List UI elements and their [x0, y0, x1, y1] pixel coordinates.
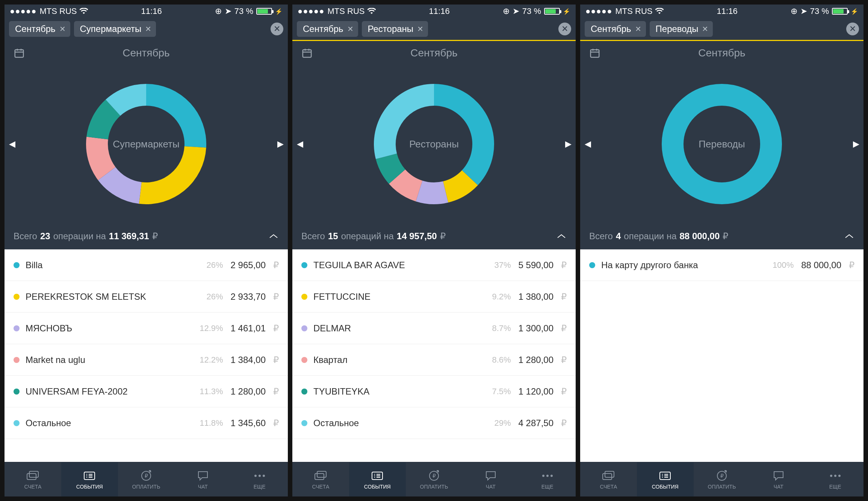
collapse-icon[interactable] — [268, 231, 279, 241]
list-item[interactable]: TYUBITEYKA 7.5% 1 120,00 ₽ — [292, 376, 576, 407]
tab-чат[interactable]: ЧАТ — [750, 462, 807, 496]
item-percent: 11.3% — [200, 387, 223, 396]
chart-area: ◀ Рестораны ▶ — [292, 65, 576, 223]
tab-еще[interactable]: ЕЩЕ — [807, 462, 863, 496]
tab-чат[interactable]: ЧАТ — [174, 462, 231, 496]
tab-label: ЧАТ — [486, 484, 496, 490]
tab-icon: ₽ — [716, 469, 728, 482]
category-dot-icon — [14, 420, 20, 426]
chip-remove-icon[interactable]: ✕ — [59, 24, 66, 33]
list-item[interactable]: На карту другого банка 100% 88 000,00 ₽ — [580, 249, 863, 281]
svg-rect-22 — [315, 474, 324, 480]
summary-count: 4 — [616, 231, 621, 241]
list-item[interactable]: PEREKRESTOK SM ELETSK 26% 2 933,70 ₽ — [5, 281, 288, 313]
category-dot-icon — [589, 262, 595, 268]
calendar-icon[interactable] — [14, 47, 25, 59]
tab-еще[interactable]: ЕЩЕ — [231, 462, 288, 496]
list-item[interactable]: Остальное 11.8% 1 345,60 ₽ — [5, 407, 288, 439]
chart-area: ◀ Переводы ▶ — [580, 65, 863, 223]
item-amount: 5 590,00 — [519, 260, 553, 270]
calendar-icon[interactable] — [589, 47, 600, 59]
breakdown-list[interactable]: Billa 26% 2 965,00 ₽ PEREKRESTOK SM ELET… — [5, 249, 288, 462]
wifi-icon — [655, 6, 664, 16]
donut-chart[interactable]: Переводы — [595, 80, 848, 208]
currency-label: ₽ — [273, 355, 279, 365]
chip-label: Сентябрь — [15, 24, 56, 34]
tab-события[interactable]: СОБЫТИЯ — [637, 462, 694, 496]
next-arrow-icon[interactable]: ▶ — [561, 139, 576, 149]
filter-chip[interactable]: Супермаркеты✕ — [74, 21, 156, 37]
chip-label: Сентябрь — [303, 24, 343, 34]
tab-счета[interactable]: СЧЕТА — [292, 462, 349, 496]
prev-arrow-icon[interactable]: ◀ — [5, 139, 20, 149]
list-item[interactable]: FETTUCCINE 9.2% 1 380,00 ₽ — [292, 281, 576, 313]
svg-rect-5 — [29, 471, 38, 477]
clear-filters-button[interactable]: ✕ — [271, 23, 283, 35]
summary-amount: 88 000,00 — [680, 231, 720, 241]
breakdown-list[interactable]: На карту другого банка 100% 88 000,00 ₽ — [580, 249, 863, 462]
clock-label: 11:16 — [141, 6, 162, 16]
donut-chart[interactable]: Рестораны — [307, 80, 561, 208]
clear-filters-button[interactable]: ✕ — [846, 23, 859, 35]
chip-remove-icon[interactable]: ✕ — [417, 24, 423, 33]
collapse-icon[interactable] — [556, 231, 567, 241]
month-header: Сентябрь — [5, 41, 288, 65]
month-label: Сентябрь — [609, 47, 834, 59]
tab-оплатить[interactable]: ₽ ОПЛАТИТЬ — [406, 462, 463, 496]
tab-чат[interactable]: ЧАТ — [462, 462, 519, 496]
chip-remove-icon[interactable]: ✕ — [145, 24, 151, 33]
prev-arrow-icon[interactable]: ◀ — [292, 139, 307, 149]
calendar-icon[interactable] — [301, 47, 313, 59]
tab-оплатить[interactable]: ₽ ОПЛАТИТЬ — [694, 462, 750, 496]
clock-label: 11:16 — [717, 6, 738, 16]
tab-icon — [83, 469, 96, 482]
prev-arrow-icon[interactable]: ◀ — [580, 139, 595, 149]
list-item[interactable]: Остальное 29% 4 287,50 ₽ — [292, 407, 576, 439]
tab-label: ЕЩЕ — [254, 484, 266, 490]
svg-point-54 — [838, 475, 841, 477]
list-item[interactable]: МЯСНОВЪ 12.9% 1 461,01 ₽ — [5, 313, 288, 344]
currency-label: ₽ — [273, 323, 279, 334]
tab-события[interactable]: СОБЫТИЯ — [349, 462, 406, 496]
signal-icon: ●●●●● — [298, 6, 324, 16]
location-icon: ➤ — [513, 6, 519, 16]
list-item[interactable]: TEGUILA BAR AGAVE 37% 5 590,00 ₽ — [292, 249, 576, 281]
donut-center-label: Переводы — [699, 138, 745, 150]
next-arrow-icon[interactable]: ▶ — [273, 139, 288, 149]
list-item[interactable]: Квартал 8.6% 1 280,00 ₽ — [292, 344, 576, 376]
clear-filters-button[interactable]: ✕ — [558, 23, 571, 35]
tab-еще[interactable]: ЕЩЕ — [519, 462, 576, 496]
list-item[interactable]: Billa 26% 2 965,00 ₽ — [5, 249, 288, 281]
filter-chip[interactable]: Сентябрь✕ — [9, 21, 70, 37]
tab-bar: СЧЕТА СОБЫТИЯ ₽ ОПЛАТИТЬ ЧАТ ЕЩЕ — [292, 462, 576, 496]
breakdown-list[interactable]: TEGUILA BAR AGAVE 37% 5 590,00 ₽ FETTUCC… — [292, 249, 576, 462]
item-name: FETTUCCINE — [313, 291, 486, 302]
filter-chip[interactable]: Переводы✕ — [650, 21, 713, 37]
next-arrow-icon[interactable]: ▶ — [848, 139, 863, 149]
svg-text:₽: ₽ — [144, 473, 148, 479]
currency-label: ₽ — [273, 291, 279, 302]
tab-оплатить[interactable]: ₽ ОПЛАТИТЬ — [118, 462, 175, 496]
donut-chart[interactable]: Супермаркеты — [20, 80, 273, 208]
list-item[interactable]: DELMAR 8.7% 1 300,00 ₽ — [292, 313, 576, 344]
filter-chip[interactable]: Сентябрь✕ — [585, 21, 646, 37]
summary-count: 15 — [328, 231, 338, 241]
category-dot-icon — [301, 389, 307, 395]
tab-bar: СЧЕТА СОБЫТИЯ ₽ ОПЛАТИТЬ ЧАТ ЕЩЕ — [5, 462, 288, 496]
tab-события[interactable]: СОБЫТИЯ — [61, 462, 118, 496]
chip-remove-icon[interactable]: ✕ — [635, 24, 641, 33]
tab-счета[interactable]: СЧЕТА — [580, 462, 637, 496]
tab-счета[interactable]: СЧЕТА — [5, 462, 61, 496]
currency-label: ₽ — [273, 386, 279, 397]
chip-remove-icon[interactable]: ✕ — [702, 24, 708, 33]
wifi-icon — [80, 6, 88, 16]
collapse-icon[interactable] — [844, 231, 854, 241]
list-item[interactable]: Market na uglu 12.2% 1 384,00 ₽ — [5, 344, 288, 376]
filter-chip[interactable]: Сентябрь✕ — [297, 21, 358, 37]
item-name: UNIVERSAM FEYA-2002 — [26, 386, 194, 397]
phone-screen: ●●●●● MTS RUS 11:16 ⊕ ➤ 73 % ⚡ Сентябрь✕… — [580, 5, 863, 496]
tab-label: СОБЫТИЯ — [364, 484, 391, 490]
filter-chip[interactable]: Рестораны✕ — [362, 21, 428, 37]
chip-remove-icon[interactable]: ✕ — [347, 24, 354, 33]
list-item[interactable]: UNIVERSAM FEYA-2002 11.3% 1 280,00 ₽ — [5, 376, 288, 407]
